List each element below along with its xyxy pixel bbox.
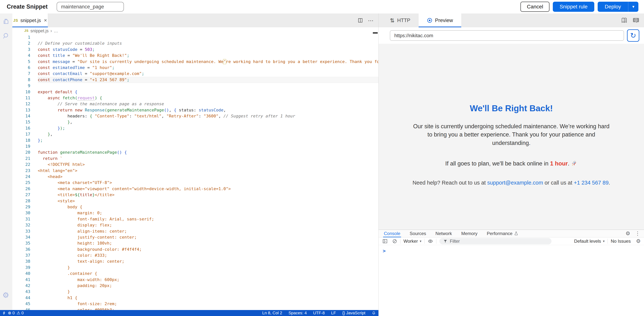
statusbar-item[interactable]: {} JavaScript <box>342 310 365 315</box>
code-line[interactable]: 25 <meta charset="UTF-8"> <box>12 180 378 186</box>
code-line[interactable]: 3const statusCode = 503; <box>12 47 378 53</box>
code-line[interactable]: 11 async fetch(request) { <box>12 95 378 101</box>
devtools-tab-performance[interactable]: Performance <box>486 230 519 237</box>
scrollbar-marker[interactable] <box>373 32 378 34</box>
statusbar-item[interactable]: Spaces: 4 <box>288 310 307 315</box>
statusbar-item[interactable]: LF <box>331 310 336 315</box>
code-line[interactable]: 36 background-color: #f4f4f4; <box>12 246 378 252</box>
code-line[interactable]: 10export default { <box>12 89 378 95</box>
code-line[interactable]: 17 }, <box>12 131 378 137</box>
split-editor-icon[interactable] <box>358 18 363 23</box>
error-counter[interactable]: ⊗ 0 <box>8 310 15 315</box>
code-line[interactable]: 14 headers: { "Content-Type": "text/html… <box>12 113 378 119</box>
code-line[interactable]: 29 body { <box>12 204 378 210</box>
code-line[interactable]: 44 h1 { <box>12 295 378 301</box>
code-line[interactable]: 34 justify-content: center; <box>12 234 378 240</box>
deploy-button[interactable]: Deploy ▾ <box>598 2 638 12</box>
console-settings-gear-icon[interactable]: ⚙ <box>636 239 641 244</box>
code-line[interactable]: 12 // Serve the maintenance page as a re… <box>12 101 378 107</box>
code-line[interactable]: 38 text-align: center; <box>12 258 378 264</box>
console-sidebar-icon[interactable] <box>382 239 388 244</box>
deploy-dropdown-caret[interactable]: ▾ <box>628 2 638 12</box>
code-line[interactable]: 19 <box>12 143 378 149</box>
clear-console-icon[interactable] <box>392 239 397 244</box>
statusbar-item[interactable]: Ln 8, Col 2 <box>262 310 282 315</box>
devtools-settings-gear-icon[interactable]: ⚙ <box>626 231 630 236</box>
live-expression-eye-icon[interactable] <box>428 238 433 244</box>
code-line[interactable]: 9 <box>12 83 378 89</box>
code-line[interactable]: 35 height: 100vh; <box>12 240 378 246</box>
code-line[interactable]: 41 max-width: 600px; <box>12 277 378 283</box>
tab-close-icon[interactable]: × <box>44 18 47 23</box>
line-number: 19 <box>12 143 30 149</box>
discord-icon[interactable] <box>632 17 640 24</box>
preview-url-input[interactable] <box>390 30 624 41</box>
code-line[interactable]: 8const contactPhone = "+1 234 567 89"; <box>12 77 378 83</box>
code-line[interactable]: 27 <title>${title}</title> <box>12 192 378 198</box>
devtools-tab-console[interactable]: Console <box>383 230 401 237</box>
settings-gear-icon[interactable]: ⚙ <box>2 291 9 299</box>
context-selector[interactable]: Worker ▾ <box>404 239 422 244</box>
docs-book-icon[interactable] <box>621 17 628 24</box>
console-prompt-chevron[interactable]: > <box>383 248 386 254</box>
code-line[interactable]: 39 } <box>12 264 378 270</box>
code-line[interactable]: 7const contactEmail = "support@example.c… <box>12 71 378 77</box>
code-line[interactable]: 6const estimatedTime = "1 hour"; <box>12 65 378 71</box>
code-line[interactable]: 13 return new Response(generateMaintenan… <box>12 107 378 113</box>
code-area[interactable]: 12// Define your customizable inputs3con… <box>12 35 378 310</box>
code-line[interactable]: 45 font-size: 2rem; <box>12 301 378 307</box>
tab-snippet-js[interactable]: JS snippet.js × <box>12 14 48 27</box>
code-line[interactable]: 5const message = "Our site is currently … <box>12 59 378 65</box>
search-icon[interactable] <box>2 32 10 40</box>
code-line[interactable]: 33 align-items: center; <box>12 228 378 234</box>
code-line[interactable]: 21 return ` <box>12 156 378 162</box>
console-filter-input[interactable]: Filter <box>439 238 552 244</box>
snippet-rule-button[interactable]: Snippet rule <box>553 2 594 12</box>
code-line[interactable]: 22 <!DOCTYPE html> <box>12 162 378 168</box>
cancel-button[interactable]: Cancel <box>520 2 550 12</box>
breadcrumb-file[interactable]: snippet.js <box>30 29 48 34</box>
code-line[interactable]: 42 padding: 20px; <box>12 283 378 289</box>
breadcrumb[interactable]: JS snippet.js › … <box>12 27 378 35</box>
deploy-button-label[interactable]: Deploy <box>598 2 628 12</box>
statusbar-item[interactable]: UTF-8 <box>313 310 324 315</box>
code-line[interactable]: 15 }, <box>12 119 378 125</box>
devtools-tab-network[interactable]: Network <box>435 230 453 237</box>
code-line[interactable]: 32 display: flex; <box>12 222 378 228</box>
warning-counter[interactable]: ⚠ 0 <box>17 310 24 315</box>
more-actions-icon[interactable]: ⋯ <box>368 17 374 24</box>
support-email-link[interactable]: support@example.com <box>487 180 543 186</box>
log-levels-dropdown[interactable]: Default levels ▾ <box>574 239 604 244</box>
code-line[interactable]: 1 <box>12 35 378 40</box>
code-line[interactable]: 46 color: #0056b3; <box>12 307 378 310</box>
files-icon[interactable] <box>2 18 10 26</box>
remote-indicator-icon[interactable] <box>2 311 6 315</box>
phone-link[interactable]: +1 234 567 89 <box>574 180 608 186</box>
console-output[interactable]: > <box>379 245 644 254</box>
refresh-button[interactable]: ↻ <box>627 29 639 42</box>
code-line[interactable]: 37 color: #333; <box>12 252 378 258</box>
snippet-name-input[interactable] <box>57 2 124 12</box>
issues-counter[interactable]: No Issues <box>611 239 631 244</box>
devtools-more-icon[interactable]: ⋮ <box>635 231 640 236</box>
code-line[interactable]: 30 margin: 0; <box>12 210 378 216</box>
tab-http[interactable]: ⇅ HTTP <box>382 14 418 27</box>
code-line-text: align-items: center; <box>38 228 127 234</box>
code-line[interactable]: 28 <style> <box>12 198 378 204</box>
devtools-tab-memory[interactable]: Memory <box>460 230 478 237</box>
devtools-tab-sources[interactable]: Sources <box>409 230 427 237</box>
code-line[interactable]: 43 } <box>12 289 378 295</box>
code-line[interactable]: 4const title = "We'll Be Right Back!"; <box>12 53 378 59</box>
code-line[interactable]: 20function generateMaintenancePage() { <box>12 149 378 155</box>
code-line[interactable]: 2// Define your customizable inputs <box>12 40 378 46</box>
code-line[interactable]: 40 .container { <box>12 270 378 276</box>
tab-preview[interactable]: Preview <box>418 14 461 27</box>
code-line[interactable]: 16 }); <box>12 125 378 131</box>
code-line[interactable]: 18}; <box>12 137 378 143</box>
code-line[interactable]: 31 font-family: Arial, sans-serif; <box>12 216 378 222</box>
code-line[interactable]: 26 <meta name="viewport" content="width=… <box>12 186 378 192</box>
code-line[interactable]: 24 <head> <box>12 174 378 180</box>
notifications-bell-icon[interactable] <box>372 311 376 315</box>
code-line[interactable]: 23<html lang="en"> <box>12 168 378 174</box>
breadcrumb-more[interactable]: … <box>54 29 58 34</box>
